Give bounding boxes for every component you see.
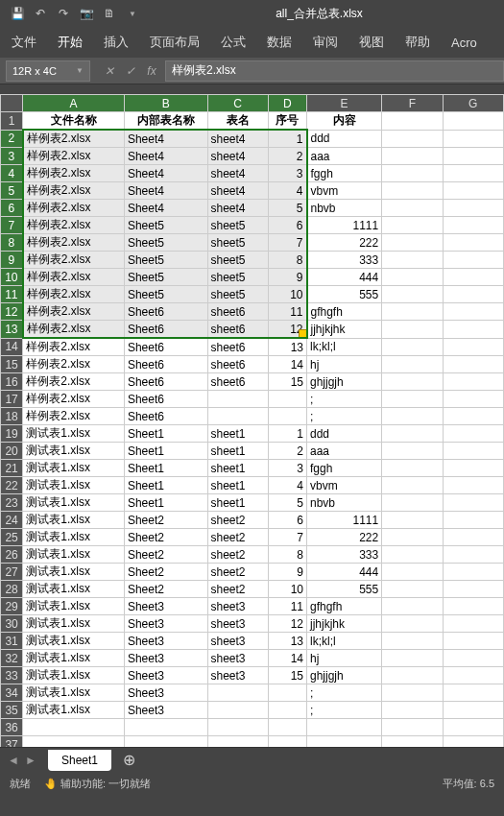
row-header-11[interactable]: 11	[1, 286, 23, 303]
cell-E9[interactable]: 333	[307, 252, 382, 269]
cell-G32[interactable]	[443, 650, 503, 667]
cell-D28[interactable]: 10	[268, 581, 306, 598]
cell-D13[interactable]: 12	[268, 321, 306, 339]
cell-A11[interactable]: 样例表2.xlsx	[23, 286, 125, 303]
cell-G16[interactable]	[443, 373, 503, 391]
row-header-18[interactable]: 18	[1, 408, 23, 425]
cell-C25[interactable]: sheet2	[207, 529, 268, 546]
cell-G28[interactable]	[443, 581, 503, 598]
col-header-A[interactable]: A	[23, 95, 125, 112]
cell-B34[interactable]: Sheet3	[124, 684, 207, 702]
cell-E33[interactable]: ghjjgjh	[307, 667, 382, 684]
row-header-30[interactable]: 30	[1, 615, 23, 633]
cell-E5[interactable]: vbvm	[307, 182, 382, 200]
cell-D3[interactable]: 2	[268, 148, 306, 165]
cell-C21[interactable]: sheet1	[207, 460, 268, 477]
row-header-26[interactable]: 26	[1, 546, 23, 564]
tab-file[interactable]: 文件	[10, 30, 38, 55]
cell-B21[interactable]: Sheet1	[124, 460, 207, 477]
cell-C12[interactable]: sheet6	[207, 303, 268, 321]
cell-C8[interactable]: sheet5	[207, 234, 268, 252]
cell-G18[interactable]	[443, 408, 503, 425]
cell-D19[interactable]: 1	[268, 425, 306, 443]
cell-A36[interactable]	[23, 719, 125, 736]
cell-B5[interactable]: Sheet4	[124, 182, 207, 200]
row-header-25[interactable]: 25	[1, 529, 23, 546]
cell-D37[interactable]	[268, 736, 306, 748]
cell-F32[interactable]	[382, 650, 443, 667]
cell-C10[interactable]: sheet5	[207, 269, 268, 286]
cell-E19[interactable]: ddd	[307, 425, 382, 443]
row-header-20[interactable]: 20	[1, 443, 23, 460]
cell-C20[interactable]: sheet1	[207, 443, 268, 460]
cell-B31[interactable]: Sheet3	[124, 633, 207, 650]
cell-A26[interactable]: 测试表1.xlsx	[23, 546, 125, 564]
cell-G19[interactable]	[443, 425, 503, 443]
header-cell[interactable]: 内容	[307, 112, 382, 131]
cell-G17[interactable]	[443, 391, 503, 408]
cell-A2[interactable]: 样例表2.xlsx	[23, 130, 125, 148]
cell-F22[interactable]	[382, 477, 443, 494]
name-box-dropdown-icon[interactable]: ▼	[76, 66, 84, 75]
formula-input[interactable]: 样例表2.xlsx	[165, 60, 504, 82]
cell-F4[interactable]	[382, 165, 443, 182]
cell-G22[interactable]	[443, 477, 503, 494]
cell-C26[interactable]: sheet2	[207, 546, 268, 564]
redo-icon[interactable]: ↷	[54, 4, 73, 23]
cell-D10[interactable]: 9	[268, 269, 306, 286]
cell-A14[interactable]: 样例表2.xlsx	[23, 338, 125, 356]
cell-D6[interactable]: 5	[268, 200, 306, 217]
cell-E18[interactable]: ;	[307, 408, 382, 425]
cell-F23[interactable]	[382, 494, 443, 512]
cell-B14[interactable]: Sheet6	[124, 338, 207, 356]
cell-A34[interactable]: 测试表1.xlsx	[23, 684, 125, 702]
tab-help[interactable]: 帮助	[403, 30, 432, 55]
cell-D24[interactable]: 6	[268, 512, 306, 529]
cell-F28[interactable]	[382, 581, 443, 598]
cell-B28[interactable]: Sheet2	[124, 581, 207, 598]
cell-C28[interactable]: sheet2	[207, 581, 268, 598]
cell-G9[interactable]	[443, 252, 503, 269]
cell-F21[interactable]	[382, 460, 443, 477]
cell-F14[interactable]	[382, 338, 443, 356]
cell-D20[interactable]: 2	[268, 443, 306, 460]
cell-D23[interactable]: 5	[268, 494, 306, 512]
cell-D26[interactable]: 8	[268, 546, 306, 564]
cell-C32[interactable]: sheet3	[207, 650, 268, 667]
header-cell[interactable]: 文件名称	[23, 112, 125, 131]
cell-A22[interactable]: 测试表1.xlsx	[23, 477, 125, 494]
cell-D35[interactable]	[268, 702, 306, 719]
cell-B7[interactable]: Sheet5	[124, 217, 207, 234]
cell-G21[interactable]	[443, 460, 503, 477]
row-header-6[interactable]: 6	[1, 200, 23, 217]
row-header-37[interactable]: 37	[1, 736, 23, 748]
cell-G36[interactable]	[443, 719, 503, 736]
cell-E4[interactable]: fggh	[307, 165, 382, 182]
tab-acrobat[interactable]: Acro	[449, 32, 479, 54]
cell-E28[interactable]: 555	[307, 581, 382, 598]
cell-C16[interactable]: sheet6	[207, 373, 268, 391]
tab-view[interactable]: 视图	[357, 30, 386, 55]
cell-C23[interactable]: sheet1	[207, 494, 268, 512]
cell-G25[interactable]	[443, 529, 503, 546]
row-header-33[interactable]: 33	[1, 667, 23, 684]
cell-C19[interactable]: sheet1	[207, 425, 268, 443]
cell-D33[interactable]: 15	[268, 667, 306, 684]
cell-C27[interactable]: sheet2	[207, 564, 268, 581]
tab-layout[interactable]: 页面布局	[148, 30, 202, 55]
col-header-D[interactable]: D	[268, 95, 306, 112]
cell-E36[interactable]	[307, 719, 382, 736]
row-header-31[interactable]: 31	[1, 633, 23, 650]
cell-G23[interactable]	[443, 494, 503, 512]
cell-C2[interactable]: sheet4	[207, 130, 268, 148]
cell-G31[interactable]	[443, 633, 503, 650]
cell-E13[interactable]: jjhjkjhk	[307, 321, 382, 339]
undo-icon[interactable]: ↶	[31, 4, 50, 23]
cell-B2[interactable]: Sheet4	[124, 130, 207, 148]
cell-F34[interactable]	[382, 684, 443, 702]
cell-B20[interactable]: Sheet1	[124, 443, 207, 460]
cell-A7[interactable]: 样例表2.xlsx	[23, 217, 125, 234]
cell-A18[interactable]: 样例表2.xlsx	[23, 408, 125, 425]
cell-F24[interactable]	[382, 512, 443, 529]
row-header-36[interactable]: 36	[1, 719, 23, 736]
